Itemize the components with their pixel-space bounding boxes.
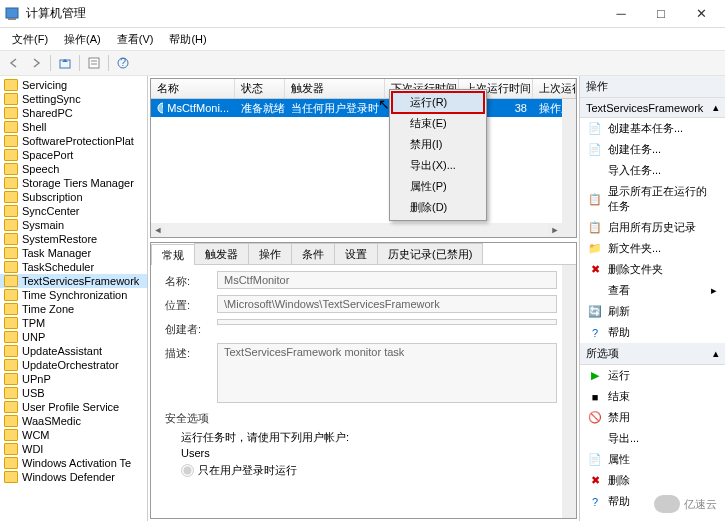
action-item[interactable]: 📄创建任务... xyxy=(580,139,725,160)
menu-help[interactable]: 帮助(H) xyxy=(161,30,214,49)
tab-general[interactable]: 常规 xyxy=(151,244,195,265)
col-triggers[interactable]: 触发器 xyxy=(285,79,385,98)
menu-view[interactable]: 查看(V) xyxy=(109,30,162,49)
ctx-properties[interactable]: 属性(P) xyxy=(392,176,484,197)
tree-item[interactable]: USB xyxy=(0,386,147,400)
folder-icon xyxy=(4,79,18,91)
col-name[interactable]: 名称 xyxy=(151,79,235,98)
author-label: 创建者: xyxy=(165,319,217,337)
svg-point-8 xyxy=(158,103,163,113)
tree-item[interactable]: WCM xyxy=(0,428,147,442)
action-item[interactable]: 导出... xyxy=(580,428,725,449)
tree-item[interactable]: WDI xyxy=(0,442,147,456)
watermark: 亿速云 xyxy=(654,495,717,513)
action-item[interactable]: 📋启用所有历史记录 xyxy=(580,217,725,238)
properties-icon[interactable] xyxy=(84,53,104,73)
back-icon[interactable] xyxy=(4,53,24,73)
tree-item[interactable]: SoftwareProtectionPlat xyxy=(0,134,147,148)
action-icon: ✖ xyxy=(588,263,602,277)
tree-item[interactable]: UpdateOrchestrator xyxy=(0,358,147,372)
folder-icon xyxy=(4,289,18,301)
tree-item[interactable]: TextServicesFramework xyxy=(0,274,147,288)
svg-rect-1 xyxy=(8,18,16,20)
tree-item[interactable]: Servicing xyxy=(0,78,147,92)
collapse-icon[interactable]: ▴ xyxy=(713,347,719,360)
menu-file[interactable]: 文件(F) xyxy=(4,30,56,49)
security-text: 运行任务时，请使用下列用户帐户: xyxy=(181,430,562,445)
action-item[interactable]: ✖删除 xyxy=(580,470,725,491)
up-icon[interactable] xyxy=(55,53,75,73)
action-item[interactable]: ?帮助 xyxy=(580,322,725,343)
collapse-icon[interactable]: ▴ xyxy=(713,101,719,114)
ctx-disable[interactable]: 禁用(I) xyxy=(392,134,484,155)
tabstrip: 常规 触发器 操作 条件 设置 历史记录(已禁用) xyxy=(151,243,576,265)
minimize-button[interactable]: ─ xyxy=(601,0,641,27)
tree-item[interactable]: Windows Activation Te xyxy=(0,456,147,470)
tree-item[interactable]: Speech xyxy=(0,162,147,176)
tree-item[interactable]: TaskScheduler xyxy=(0,260,147,274)
tree-item[interactable]: SpacePort xyxy=(0,148,147,162)
task-row[interactable]: MsCtfMoni... 准备就绪 当任何用户登录时 38 操作成功完成。 (0… xyxy=(151,99,576,117)
action-item[interactable]: 📄属性 xyxy=(580,449,725,470)
tab-triggers[interactable]: 触发器 xyxy=(194,243,249,264)
action-item[interactable]: 🚫禁用 xyxy=(580,407,725,428)
tab-conditions[interactable]: 条件 xyxy=(291,243,335,264)
tab-actions[interactable]: 操作 xyxy=(248,243,292,264)
vertical-scrollbar[interactable] xyxy=(562,99,576,223)
col-status[interactable]: 状态 xyxy=(235,79,285,98)
tree-item[interactable]: SettingSync xyxy=(0,92,147,106)
action-item[interactable]: 🔄刷新 xyxy=(580,301,725,322)
svg-rect-0 xyxy=(6,8,18,18)
help-icon[interactable]: ? xyxy=(113,53,133,73)
tree-item[interactable]: Time Synchronization xyxy=(0,288,147,302)
details-scrollbar[interactable] xyxy=(562,265,576,518)
action-icon: ▶ xyxy=(588,369,602,383)
tree-item[interactable]: SystemRestore xyxy=(0,232,147,246)
tree-pane[interactable]: ServicingSettingSyncSharedPCShellSoftwar… xyxy=(0,76,148,521)
tab-settings[interactable]: 设置 xyxy=(334,243,378,264)
action-item[interactable]: 导入任务... xyxy=(580,160,725,181)
action-item[interactable]: ■结束 xyxy=(580,386,725,407)
action-item[interactable]: 📋显示所有正在运行的任务 xyxy=(580,181,725,217)
action-item[interactable]: 📁新文件夹... xyxy=(580,238,725,259)
tree-item[interactable]: Storage Tiers Manager xyxy=(0,176,147,190)
folder-icon xyxy=(4,401,18,413)
desc-field: TextServicesFramework monitor task xyxy=(217,343,557,403)
tree-item[interactable]: SyncCenter xyxy=(0,204,147,218)
action-item[interactable]: ▶运行 xyxy=(580,365,725,386)
tree-item[interactable]: UPnP xyxy=(0,372,147,386)
action-icon: 🔄 xyxy=(588,305,602,319)
folder-icon xyxy=(4,191,18,203)
ctx-run[interactable]: 运行(R) xyxy=(392,92,484,113)
ctx-end[interactable]: 结束(E) xyxy=(392,113,484,134)
menu-action[interactable]: 操作(A) xyxy=(56,30,109,49)
tree-item[interactable]: WaaSMedic xyxy=(0,414,147,428)
action-item[interactable]: ✖删除文件夹 xyxy=(580,259,725,280)
actions-group1-header[interactable]: TextServicesFramework▴ xyxy=(580,98,725,118)
tree-item[interactable]: TPM xyxy=(0,316,147,330)
action-item[interactable]: 查看▸ xyxy=(580,280,725,301)
action-icon xyxy=(588,164,602,178)
tree-item[interactable]: SharedPC xyxy=(0,106,147,120)
tree-item[interactable]: UNP xyxy=(0,330,147,344)
tree-item[interactable]: Time Zone xyxy=(0,302,147,316)
action-item[interactable]: 📄创建基本任务... xyxy=(580,118,725,139)
tree-item[interactable]: Sysmain xyxy=(0,218,147,232)
name-label: 名称: xyxy=(165,271,217,289)
horizontal-scrollbar[interactable]: ◄► xyxy=(151,223,562,237)
close-button[interactable]: ✕ xyxy=(681,0,721,27)
maximize-button[interactable]: □ xyxy=(641,0,681,27)
tree-item[interactable]: Windows Defender xyxy=(0,470,147,484)
tab-history[interactable]: 历史记录(已禁用) xyxy=(377,243,483,264)
titlebar: 计算机管理 ─ □ ✕ xyxy=(0,0,725,28)
tree-item[interactable]: User Profile Service xyxy=(0,400,147,414)
col-last-result[interactable]: 上次运行结果 xyxy=(533,79,576,98)
forward-icon[interactable] xyxy=(26,53,46,73)
tree-item[interactable]: UpdateAssistant xyxy=(0,344,147,358)
ctx-delete[interactable]: 删除(D) xyxy=(392,197,484,218)
tree-item[interactable]: Shell xyxy=(0,120,147,134)
tree-item[interactable]: Subscription xyxy=(0,190,147,204)
actions-group2-header[interactable]: 所选项▴ xyxy=(580,343,725,365)
ctx-export[interactable]: 导出(X)... xyxy=(392,155,484,176)
tree-item[interactable]: Task Manager xyxy=(0,246,147,260)
